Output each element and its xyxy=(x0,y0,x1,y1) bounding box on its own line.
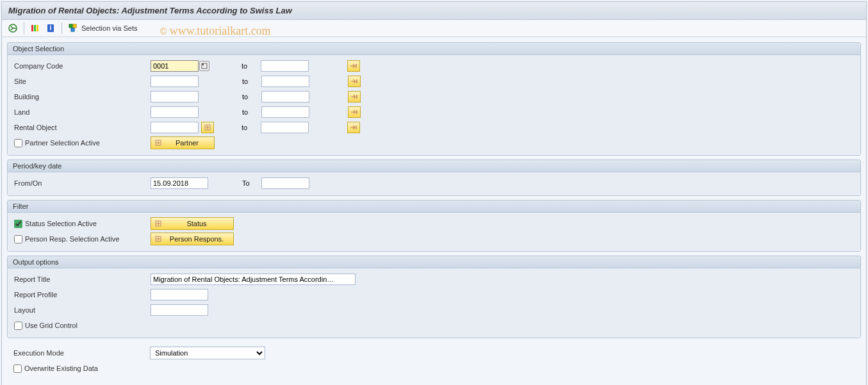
svg-text:i: i xyxy=(49,24,51,31)
expand-icon-button[interactable] xyxy=(201,122,214,133)
group-header: Output options xyxy=(8,256,860,268)
person-resp-checkbox[interactable] xyxy=(14,235,22,243)
group-output-options: Output options Report Title Report Profi… xyxy=(7,256,861,338)
svg-rect-12 xyxy=(356,64,357,68)
multiple-selection-button[interactable] xyxy=(347,60,360,72)
group-header: Filter xyxy=(8,201,860,213)
separator xyxy=(61,22,62,34)
to-label: to xyxy=(242,124,261,131)
svg-rect-11 xyxy=(202,63,204,65)
sets-icon xyxy=(67,22,79,34)
multiple-selection-button[interactable] xyxy=(348,76,361,87)
from-on-label: From/On xyxy=(13,179,151,187)
variant-icon[interactable] xyxy=(29,22,41,34)
from-on-input[interactable] xyxy=(151,177,208,189)
bottom-area: Execution Mode Simulation Overwrite Exis… xyxy=(7,342,861,378)
to-label: to xyxy=(242,93,261,101)
use-grid-checkbox[interactable] xyxy=(14,322,22,330)
overwrite-label: Overwrite Existing Data xyxy=(24,365,98,372)
main-container: Migration of Rental Objects: Adjustment … xyxy=(1,1,867,385)
land-to-input[interactable] xyxy=(261,106,309,118)
status-selection-label: Status Selection Active xyxy=(25,220,97,227)
expand-icon xyxy=(154,138,163,147)
company-code-label: Company Code xyxy=(13,62,151,70)
building-input[interactable] xyxy=(151,91,199,102)
rental-object-input[interactable] xyxy=(151,122,199,133)
company-code-to-input[interactable] xyxy=(261,60,309,72)
use-grid-checkbox-label[interactable]: Use Grid Control xyxy=(13,322,151,330)
land-input[interactable] xyxy=(151,106,199,118)
to-label: to xyxy=(242,108,261,116)
site-input[interactable] xyxy=(151,76,199,87)
partner-selection-checkbox[interactable] xyxy=(14,139,22,147)
status-button-label: Status xyxy=(167,220,227,227)
status-button[interactable]: Status xyxy=(151,217,234,230)
rental-object-to-input[interactable] xyxy=(261,122,309,133)
group-period: Period/key date From/On To xyxy=(7,160,861,196)
title-bar: Migration of Rental Objects: Adjustment … xyxy=(2,2,866,20)
svg-rect-2 xyxy=(31,25,33,31)
report-title-input[interactable] xyxy=(151,274,356,285)
expand-icon xyxy=(154,234,163,243)
partner-button-label: Partner xyxy=(167,139,208,147)
land-label: Land xyxy=(13,108,151,116)
person-respons-button-label: Person Respons. xyxy=(167,235,227,243)
partner-selection-checkbox-label[interactable]: Partner Selection Active xyxy=(13,139,151,147)
group-header: Period/key date xyxy=(8,160,860,172)
separator xyxy=(24,22,24,34)
partner-selection-label: Partner Selection Active xyxy=(25,139,100,147)
svg-rect-9 xyxy=(71,28,74,31)
content: Object Selection Company Code to Site to xyxy=(2,37,866,385)
overwrite-checkbox-label[interactable]: Overwrite Existing Data xyxy=(12,365,98,373)
to-label: To xyxy=(242,179,261,187)
execute-icon[interactable] xyxy=(7,22,19,34)
expand-icon xyxy=(154,219,163,228)
rental-object-label: Rental Object xyxy=(13,124,151,131)
building-label: Building xyxy=(13,93,151,101)
group-object-selection: Object Selection Company Code to Site to xyxy=(7,42,861,156)
report-title-label: Report Title xyxy=(13,275,151,283)
report-profile-label: Report Profile xyxy=(13,291,151,299)
f4-help-icon[interactable] xyxy=(199,61,209,71)
execution-mode-select[interactable]: Simulation xyxy=(150,347,265,359)
svg-rect-3 xyxy=(34,25,36,31)
layout-label: Layout xyxy=(13,306,151,314)
to-input[interactable] xyxy=(261,177,309,189)
use-grid-label: Use Grid Control xyxy=(25,322,78,329)
overwrite-checkbox[interactable] xyxy=(13,365,22,373)
execution-mode-label: Execution Mode xyxy=(12,349,150,357)
multiple-selection-button[interactable] xyxy=(347,122,360,133)
to-label: to xyxy=(242,62,261,70)
group-filter: Filter Status Selection Active Status xyxy=(7,200,861,252)
person-respons-button[interactable]: Person Respons. xyxy=(151,233,234,245)
svg-rect-15 xyxy=(356,110,357,114)
site-to-input[interactable] xyxy=(261,76,309,87)
svg-rect-4 xyxy=(37,25,38,31)
svg-rect-17 xyxy=(356,126,357,129)
person-resp-label: Person Resp. Selection Active xyxy=(25,235,119,243)
svg-rect-8 xyxy=(73,24,76,28)
to-label: to xyxy=(242,78,261,85)
page-title: Migration of Rental Objects: Adjustment … xyxy=(8,6,860,15)
status-selection-checkbox-label[interactable]: Status Selection Active xyxy=(13,220,151,228)
company-code-input[interactable] xyxy=(151,60,199,72)
svg-rect-7 xyxy=(69,24,72,28)
partner-button[interactable]: Partner xyxy=(151,136,215,149)
layout-input[interactable] xyxy=(151,304,208,316)
selection-via-sets-button[interactable]: Selection via Sets xyxy=(67,22,137,34)
svg-rect-13 xyxy=(356,79,357,83)
multiple-selection-button[interactable] xyxy=(348,91,361,102)
site-label: Site xyxy=(13,78,151,85)
status-selection-checkbox[interactable] xyxy=(14,220,22,228)
multiple-selection-button[interactable] xyxy=(348,106,361,118)
info-icon[interactable]: i xyxy=(45,22,56,34)
svg-rect-14 xyxy=(356,95,357,99)
person-resp-checkbox-label[interactable]: Person Resp. Selection Active xyxy=(13,235,151,243)
report-profile-input[interactable] xyxy=(151,289,208,300)
building-to-input[interactable] xyxy=(261,91,309,102)
selection-via-sets-label: Selection via Sets xyxy=(81,24,137,32)
group-header: Object Selection xyxy=(8,43,860,55)
toolbar: i Selection via Sets xyxy=(2,20,866,37)
